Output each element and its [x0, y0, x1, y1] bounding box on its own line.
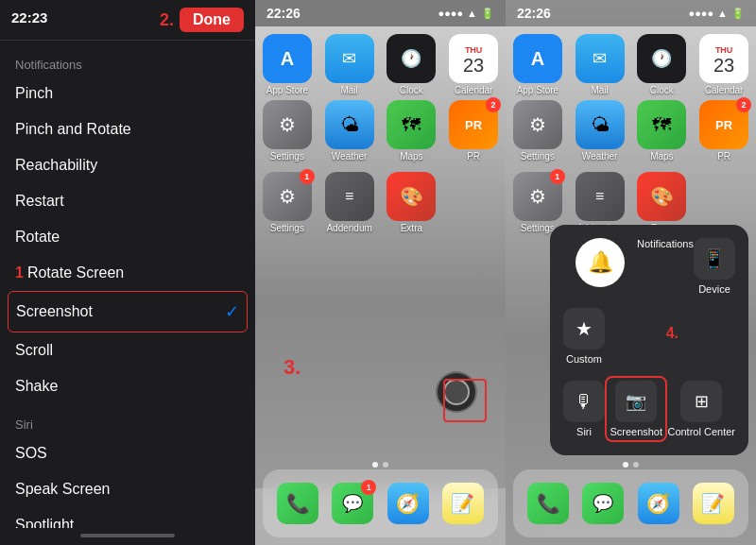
- app-label-settings-r: Settings: [521, 151, 555, 162]
- app-label-weather-r: Weather: [582, 151, 618, 162]
- status-icons-right: ●●●● ▲ 🔋: [689, 8, 745, 20]
- app-icon-mail-r: ✉: [576, 34, 625, 83]
- signal-icon: ●●●●: [438, 8, 464, 19]
- battery-icon-right: 🔋: [731, 8, 745, 20]
- menu-item-rotate-screen[interactable]: 1Rotate Screen: [0, 255, 255, 291]
- right-phone-panel: 22:26 ●●●● ▲ 🔋 A App Store ✉ Mail 🕐 Cloc…: [506, 0, 756, 545]
- app-mail-r[interactable]: ✉ Mail: [572, 34, 628, 95]
- app-extra[interactable]: 🎨 Extra: [384, 172, 440, 233]
- menu-section-siri: Siri: [0, 404, 255, 435]
- app-icon-appstore-r: A: [513, 34, 562, 83]
- dock-icon-safari-r: 🧭: [638, 483, 679, 524]
- at-menu-custom-label: Custom: [566, 353, 602, 365]
- menu-item-scroll[interactable]: Scroll: [0, 332, 255, 368]
- menu-item-shake[interactable]: Shake: [0, 368, 255, 404]
- app-addendum[interactable]: ≡ Addendum: [321, 172, 378, 233]
- dock-app-notes[interactable]: 📝: [442, 483, 484, 524]
- at-menu-device-label: Device: [698, 283, 730, 295]
- app-label-calendar-r: Calendar: [705, 85, 744, 95]
- at-menu-siri-item[interactable]: 🎙 Siri: [563, 381, 605, 437]
- app-grid-row1: A App Store ✉ Mail 🕐 Clock THU23 Calenda…: [255, 28, 506, 95]
- menu-item-rotate[interactable]: Rotate: [0, 219, 255, 255]
- app-pr-r[interactable]: PR2 PR: [696, 100, 752, 162]
- app-weather[interactable]: 🌤 Weather: [321, 100, 378, 162]
- page-dot-1: [372, 462, 378, 468]
- dock-app-phone[interactable]: 📞: [277, 483, 318, 524]
- at-menu-top-row: 🔔 Notifications 📱 Device: [563, 238, 735, 295]
- app-appstore[interactable]: A App Store: [259, 34, 316, 95]
- app-clock[interactable]: 🕐 Clock: [384, 34, 440, 95]
- menu-list: Notifications Pinch Pinch and Rotate Rea…: [0, 41, 255, 528]
- at-menu-custom-icon: ★: [563, 308, 605, 349]
- done-button[interactable]: Done: [180, 8, 244, 32]
- app-settings2-r[interactable]: ⚙1 Settings: [509, 172, 566, 233]
- app-pr[interactable]: PR2 PR: [445, 100, 502, 162]
- app-label-appstore-r: App Store: [517, 85, 558, 95]
- app-icon-settings: ⚙: [263, 100, 312, 149]
- dock-icon-safari: 🧭: [387, 483, 429, 524]
- app-icon-maps: 🗺: [387, 100, 436, 149]
- menu-item-reachability[interactable]: Reachability: [0, 147, 255, 183]
- dock-icon-notes: 📝: [442, 483, 484, 524]
- dock-app-safari[interactable]: 🧭: [387, 483, 429, 524]
- dock-messages-r[interactable]: 💬: [582, 483, 624, 524]
- app-icon-maps-r: 🗺: [637, 100, 686, 149]
- menu-item-sos[interactable]: SOS: [0, 435, 255, 471]
- app-mail[interactable]: ✉ Mail: [321, 34, 378, 95]
- page-dot-r2: [633, 462, 639, 468]
- dock-icon-notes-r: 📝: [693, 483, 734, 524]
- at-menu-notifications-label: Notifications: [637, 238, 694, 249]
- at-menu-device-item[interactable]: 📱 Device: [694, 238, 735, 295]
- bottom-bar: [80, 534, 175, 537]
- app-icon-clock: 🕐: [387, 34, 436, 83]
- app-settings2[interactable]: ⚙1 Settings: [259, 172, 316, 233]
- battery-icon: 🔋: [481, 8, 494, 20]
- at-menu-screenshot-item[interactable]: 📷 Screenshot: [605, 376, 667, 442]
- at-menu-middle-row: ★ Custom: [563, 308, 735, 365]
- app-label-settings: Settings: [270, 151, 304, 162]
- menu-item-restart[interactable]: Restart: [0, 183, 255, 219]
- app-maps[interactable]: 🗺 Maps: [384, 100, 440, 162]
- menu-item-speak-screen[interactable]: Speak Screen: [0, 471, 255, 507]
- wifi-icon-right: ▲: [717, 8, 728, 19]
- step-4-label: 4.: [666, 325, 679, 342]
- app-calendar[interactable]: THU23 Calendar: [445, 34, 502, 95]
- at-menu-overlay: 🔔 Notifications 📱 Device ★ Custom: [550, 225, 748, 455]
- app-label-mail: Mail: [340, 85, 357, 95]
- dock-notes-r[interactable]: 📝: [693, 483, 734, 524]
- app-label-settings2: Settings: [270, 223, 304, 233]
- page-dot-2: [383, 462, 388, 468]
- app-label-settings2-r: Settings: [521, 223, 555, 233]
- app-icon-weather-r: 🌤: [576, 100, 625, 149]
- page-dots: [255, 462, 506, 468]
- dock-app-messages[interactable]: 💬1: [332, 483, 373, 524]
- menu-item-spotlight[interactable]: Spotlight: [0, 507, 255, 528]
- dock-icon-messages: 💬1: [332, 483, 373, 524]
- left-panel: 22:23 2. Done Notifications Pinch Pinch …: [0, 0, 255, 545]
- app-settings[interactable]: ⚙ Settings: [259, 100, 316, 162]
- at-menu-custom-item[interactable]: ★ Custom: [563, 308, 605, 365]
- page-dots-right: [506, 462, 756, 468]
- app-calendar-r[interactable]: THU23 Calendar: [696, 34, 752, 95]
- menu-item-pinch-rotate[interactable]: Pinch and Rotate: [0, 111, 255, 147]
- time-display-right: 22:26: [517, 6, 551, 21]
- at-menu-control-center-label: Control Center: [667, 426, 735, 437]
- app-icon-addendum: ≡: [325, 172, 374, 221]
- app-settings-r[interactable]: ⚙ Settings: [509, 100, 566, 162]
- app-icon-weather: 🌤: [325, 100, 374, 149]
- app-appstore-r[interactable]: A App Store: [509, 34, 566, 95]
- app-maps-r[interactable]: 🗺 Maps: [634, 100, 691, 162]
- menu-item-pinch[interactable]: Pinch: [0, 76, 255, 111]
- time-display-middle: 22:26: [266, 6, 301, 21]
- app-grid-row3: ⚙1 Settings ≡ Addendum 🎨 Extra: [255, 172, 506, 233]
- app-clock-r[interactable]: 🕐 Clock: [634, 34, 691, 95]
- wifi-icon: ▲: [467, 8, 477, 19]
- dock-phone-r[interactable]: 📞: [527, 483, 569, 524]
- menu-item-screenshot[interactable]: Screenshot ✓: [8, 291, 248, 332]
- app-label-clock-r: Clock: [650, 85, 674, 95]
- at-menu-notifications-item[interactable]: 🔔: [576, 238, 625, 287]
- app-weather-r[interactable]: 🌤 Weather: [572, 100, 628, 162]
- at-menu-control-center-item[interactable]: ⊞ Control Center: [667, 381, 735, 437]
- dock-safari-r[interactable]: 🧭: [638, 483, 679, 524]
- step-2-label: 2.: [160, 10, 174, 30]
